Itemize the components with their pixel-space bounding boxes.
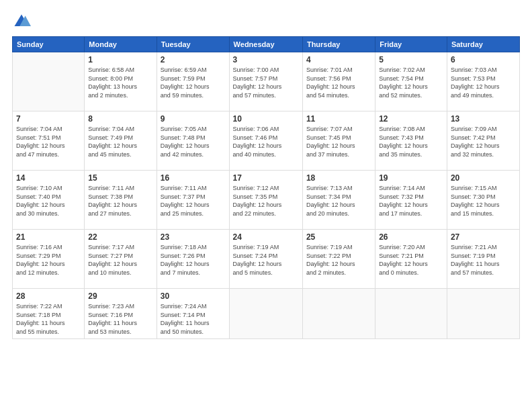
- calendar-cell: 7Sunrise: 7:04 AM Sunset: 7:51 PM Daylig…: [13, 111, 85, 171]
- day-number: 22: [88, 232, 153, 242]
- day-number: 21: [16, 232, 81, 242]
- day-number: 27: [451, 232, 516, 242]
- day-info: Sunrise: 7:14 AM Sunset: 7:32 PM Dayligh…: [379, 184, 443, 218]
- day-info: Sunrise: 7:11 AM Sunset: 7:37 PM Dayligh…: [161, 184, 226, 218]
- day-number: 3: [233, 55, 299, 64]
- day-number: 7: [16, 114, 81, 124]
- calendar-header-thursday: Thursday: [302, 37, 375, 52]
- day-number: 20: [451, 173, 516, 183]
- calendar-week-2: 7Sunrise: 7:04 AM Sunset: 7:51 PM Daylig…: [13, 111, 520, 171]
- calendar-cell: 18Sunrise: 7:13 AM Sunset: 7:34 PM Dayli…: [302, 171, 375, 230]
- day-number: 25: [306, 232, 371, 242]
- calendar-cell: 17Sunrise: 7:12 AM Sunset: 7:35 PM Dayli…: [229, 171, 302, 230]
- day-info: Sunrise: 7:04 AM Sunset: 7:51 PM Dayligh…: [16, 125, 81, 158]
- day-number: 11: [306, 114, 371, 124]
- calendar-week-4: 21Sunrise: 7:16 AM Sunset: 7:29 PM Dayli…: [13, 230, 520, 289]
- calendar-header-friday: Friday: [375, 37, 447, 52]
- calendar-cell: 12Sunrise: 7:08 AM Sunset: 7:43 PM Dayli…: [375, 111, 447, 171]
- calendar-header-wednesday: Wednesday: [229, 37, 302, 52]
- day-info: Sunrise: 7:22 AM Sunset: 7:18 PM Dayligh…: [16, 302, 81, 336]
- day-info: Sunrise: 7:19 AM Sunset: 7:24 PM Dayligh…: [233, 243, 299, 277]
- day-number: 18: [306, 173, 371, 183]
- day-info: Sunrise: 7:09 AM Sunset: 7:42 PM Dayligh…: [451, 125, 516, 158]
- calendar-cell: 23Sunrise: 7:18 AM Sunset: 7:26 PM Dayli…: [157, 230, 229, 289]
- calendar-cell: 30Sunrise: 7:24 AM Sunset: 7:14 PM Dayli…: [157, 289, 229, 339]
- day-number: 10: [233, 114, 299, 124]
- day-number: 24: [233, 232, 299, 242]
- calendar-cell: 11Sunrise: 7:07 AM Sunset: 7:45 PM Dayli…: [302, 111, 375, 171]
- day-number: 6: [451, 55, 516, 64]
- calendar-cell: 2Sunrise: 6:59 AM Sunset: 7:59 PM Daylig…: [157, 52, 229, 111]
- calendar-week-1: 1Sunrise: 6:58 AM Sunset: 8:00 PM Daylig…: [13, 52, 520, 111]
- day-number: 8: [88, 114, 153, 124]
- page: SundayMondayTuesdayWednesdayThursdayFrid…: [0, 0, 532, 411]
- day-info: Sunrise: 6:58 AM Sunset: 8:00 PM Dayligh…: [88, 66, 153, 99]
- calendar: SundayMondayTuesdayWednesdayThursdayFrid…: [12, 36, 520, 339]
- day-number: 2: [161, 55, 226, 64]
- calendar-cell: 25Sunrise: 7:19 AM Sunset: 7:22 PM Dayli…: [302, 230, 375, 289]
- day-number: 26: [379, 232, 443, 242]
- day-info: Sunrise: 7:08 AM Sunset: 7:43 PM Dayligh…: [379, 125, 443, 158]
- day-info: Sunrise: 6:59 AM Sunset: 7:59 PM Dayligh…: [161, 66, 226, 99]
- day-info: Sunrise: 7:10 AM Sunset: 7:40 PM Dayligh…: [16, 184, 81, 218]
- calendar-cell: 15Sunrise: 7:11 AM Sunset: 7:38 PM Dayli…: [85, 171, 157, 230]
- day-number: 1: [88, 55, 153, 64]
- day-info: Sunrise: 7:17 AM Sunset: 7:27 PM Dayligh…: [88, 243, 153, 277]
- calendar-cell: [229, 289, 302, 339]
- calendar-cell: 13Sunrise: 7:09 AM Sunset: 7:42 PM Dayli…: [447, 111, 519, 171]
- calendar-cell: 5Sunrise: 7:02 AM Sunset: 7:54 PM Daylig…: [375, 52, 447, 111]
- day-number: 16: [161, 173, 226, 183]
- calendar-cell: 24Sunrise: 7:19 AM Sunset: 7:24 PM Dayli…: [229, 230, 302, 289]
- day-info: Sunrise: 7:20 AM Sunset: 7:21 PM Dayligh…: [379, 243, 443, 277]
- day-number: 14: [16, 173, 81, 183]
- day-info: Sunrise: 7:23 AM Sunset: 7:16 PM Dayligh…: [88, 302, 153, 336]
- calendar-week-5: 28Sunrise: 7:22 AM Sunset: 7:18 PM Dayli…: [13, 289, 520, 339]
- day-info: Sunrise: 7:06 AM Sunset: 7:46 PM Dayligh…: [233, 125, 299, 158]
- calendar-header-tuesday: Tuesday: [157, 37, 229, 52]
- day-info: Sunrise: 7:13 AM Sunset: 7:34 PM Dayligh…: [306, 184, 371, 218]
- day-number: 5: [379, 55, 443, 64]
- calendar-cell: 4Sunrise: 7:01 AM Sunset: 7:56 PM Daylig…: [302, 52, 375, 111]
- calendar-cell: 16Sunrise: 7:11 AM Sunset: 7:37 PM Dayli…: [157, 171, 229, 230]
- day-number: 29: [88, 291, 153, 301]
- day-number: 23: [161, 232, 226, 242]
- calendar-cell: [302, 289, 375, 339]
- calendar-cell: 14Sunrise: 7:10 AM Sunset: 7:40 PM Dayli…: [13, 171, 85, 230]
- header: [12, 12, 520, 31]
- logo: [12, 12, 34, 31]
- calendar-week-3: 14Sunrise: 7:10 AM Sunset: 7:40 PM Dayli…: [13, 171, 520, 230]
- logo-icon: [12, 12, 31, 31]
- calendar-cell: 27Sunrise: 7:21 AM Sunset: 7:19 PM Dayli…: [447, 230, 519, 289]
- day-info: Sunrise: 7:01 AM Sunset: 7:56 PM Dayligh…: [306, 66, 371, 99]
- day-number: 15: [88, 173, 153, 183]
- day-number: 9: [161, 114, 226, 124]
- calendar-cell: 9Sunrise: 7:05 AM Sunset: 7:48 PM Daylig…: [157, 111, 229, 171]
- calendar-cell: 21Sunrise: 7:16 AM Sunset: 7:29 PM Dayli…: [13, 230, 85, 289]
- day-info: Sunrise: 7:24 AM Sunset: 7:14 PM Dayligh…: [161, 302, 226, 336]
- calendar-header-saturday: Saturday: [447, 37, 519, 52]
- day-info: Sunrise: 7:11 AM Sunset: 7:38 PM Dayligh…: [88, 184, 153, 218]
- day-number: 17: [233, 173, 299, 183]
- calendar-cell: [447, 289, 519, 339]
- calendar-cell: 6Sunrise: 7:03 AM Sunset: 7:53 PM Daylig…: [447, 52, 519, 111]
- day-info: Sunrise: 7:15 AM Sunset: 7:30 PM Dayligh…: [451, 184, 516, 218]
- day-info: Sunrise: 7:04 AM Sunset: 7:49 PM Dayligh…: [88, 125, 153, 158]
- calendar-cell: 29Sunrise: 7:23 AM Sunset: 7:16 PM Dayli…: [85, 289, 157, 339]
- calendar-cell: 1Sunrise: 6:58 AM Sunset: 8:00 PM Daylig…: [85, 52, 157, 111]
- day-info: Sunrise: 7:19 AM Sunset: 7:22 PM Dayligh…: [306, 243, 371, 277]
- calendar-header-monday: Monday: [85, 37, 157, 52]
- day-info: Sunrise: 7:00 AM Sunset: 7:57 PM Dayligh…: [233, 66, 299, 99]
- calendar-header-sunday: Sunday: [13, 37, 85, 52]
- day-info: Sunrise: 7:05 AM Sunset: 7:48 PM Dayligh…: [161, 125, 226, 158]
- day-number: 19: [379, 173, 443, 183]
- calendar-cell: 22Sunrise: 7:17 AM Sunset: 7:27 PM Dayli…: [85, 230, 157, 289]
- day-number: 12: [379, 114, 443, 124]
- day-info: Sunrise: 7:03 AM Sunset: 7:53 PM Dayligh…: [451, 66, 516, 99]
- calendar-cell: 20Sunrise: 7:15 AM Sunset: 7:30 PM Dayli…: [447, 171, 519, 230]
- calendar-header-row: SundayMondayTuesdayWednesdayThursdayFrid…: [13, 37, 520, 52]
- calendar-cell: 8Sunrise: 7:04 AM Sunset: 7:49 PM Daylig…: [85, 111, 157, 171]
- day-info: Sunrise: 7:02 AM Sunset: 7:54 PM Dayligh…: [379, 66, 443, 99]
- calendar-cell: [375, 289, 447, 339]
- calendar-cell: 19Sunrise: 7:14 AM Sunset: 7:32 PM Dayli…: [375, 171, 447, 230]
- day-info: Sunrise: 7:18 AM Sunset: 7:26 PM Dayligh…: [161, 243, 226, 277]
